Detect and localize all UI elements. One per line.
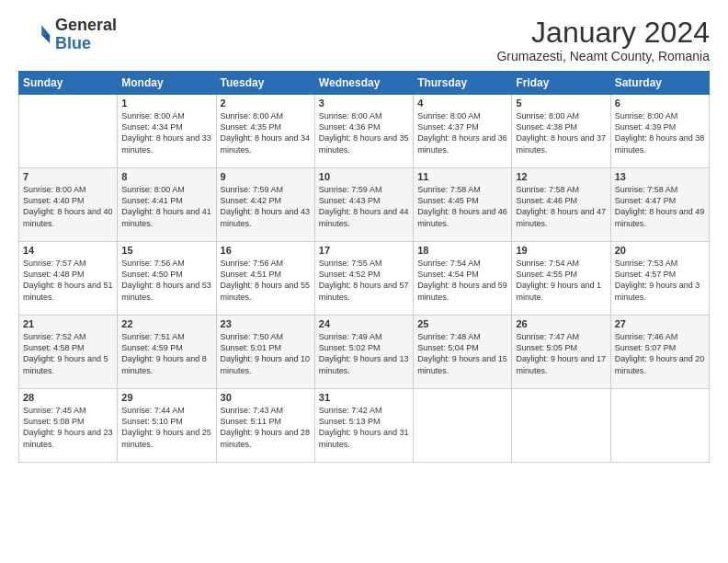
day-info: Sunrise: 8:00 AMSunset: 4:35 PMDaylight:… — [221, 110, 311, 155]
column-header-wednesday: Wednesday — [314, 72, 413, 95]
logo-blue: Blue — [55, 35, 117, 53]
day-info: Sunrise: 8:00 AMSunset: 4:37 PMDaylight:… — [417, 110, 507, 155]
calendar-page: General Blue January 2024 Grumazesti, Ne… — [0, 0, 728, 563]
week-row-2: 7Sunrise: 8:00 AMSunset: 4:40 PMDaylight… — [19, 168, 710, 242]
day-info: Sunrise: 7:45 AMSunset: 5:08 PMDaylight:… — [23, 405, 113, 450]
day-cell: 31Sunrise: 7:42 AMSunset: 5:13 PMDayligh… — [314, 389, 413, 463]
day-cell: 6Sunrise: 8:00 AMSunset: 4:39 PMDaylight… — [610, 95, 709, 168]
day-cell: 30Sunrise: 7:43 AMSunset: 5:11 PMDayligh… — [216, 389, 314, 463]
day-info: Sunrise: 7:59 AMSunset: 4:42 PMDaylight:… — [221, 184, 311, 229]
day-info: Sunrise: 8:00 AMSunset: 4:34 PMDaylight:… — [121, 110, 211, 155]
day-cell: 20Sunrise: 7:53 AMSunset: 4:57 PMDayligh… — [610, 242, 709, 316]
day-cell: 12Sunrise: 7:58 AMSunset: 4:46 PMDayligh… — [512, 168, 610, 242]
logo-general: General — [55, 17, 117, 35]
column-header-saturday: Saturday — [610, 72, 709, 95]
day-number: 5 — [516, 98, 606, 109]
day-cell: 5Sunrise: 8:00 AMSunset: 4:38 PMDaylight… — [512, 95, 610, 168]
day-number: 16 — [221, 245, 311, 256]
logo-icon — [18, 18, 51, 52]
day-number: 11 — [417, 171, 507, 182]
day-number: 28 — [23, 392, 113, 403]
day-cell: 9Sunrise: 7:59 AMSunset: 4:42 PMDaylight… — [216, 168, 314, 242]
column-header-sunday: Sunday — [19, 72, 118, 95]
day-number: 27 — [615, 318, 705, 329]
day-cell: 21Sunrise: 7:52 AMSunset: 4:58 PMDayligh… — [19, 316, 118, 389]
day-number: 12 — [516, 171, 606, 182]
day-cell: 1Sunrise: 8:00 AMSunset: 4:34 PMDaylight… — [118, 95, 216, 168]
day-number: 25 — [417, 318, 507, 329]
column-header-monday: Monday — [118, 72, 216, 95]
day-info: Sunrise: 8:00 AMSunset: 4:40 PMDaylight:… — [23, 184, 113, 229]
svg-marker-0 — [41, 25, 50, 35]
day-cell: 26Sunrise: 7:47 AMSunset: 5:05 PMDayligh… — [512, 316, 610, 389]
day-number: 10 — [319, 171, 409, 182]
column-header-tuesday: Tuesday — [216, 72, 314, 95]
title-block: January 2024 Grumazesti, Neamt County, R… — [496, 17, 710, 63]
day-info: Sunrise: 7:51 AMSunset: 4:59 PMDaylight:… — [121, 331, 211, 376]
day-number: 20 — [615, 245, 705, 256]
day-info: Sunrise: 7:56 AMSunset: 4:50 PMDaylight:… — [121, 258, 211, 303]
day-cell: 15Sunrise: 7:56 AMSunset: 4:50 PMDayligh… — [118, 242, 216, 316]
day-cell — [512, 389, 610, 463]
day-cell: 3Sunrise: 8:00 AMSunset: 4:36 PMDaylight… — [314, 95, 413, 168]
column-header-thursday: Thursday — [414, 72, 512, 95]
day-number: 18 — [417, 245, 507, 256]
day-info: Sunrise: 7:46 AMSunset: 5:07 PMDaylight:… — [615, 331, 705, 376]
day-cell: 17Sunrise: 7:55 AMSunset: 4:52 PMDayligh… — [314, 242, 413, 316]
logo-text: General Blue — [55, 17, 117, 53]
day-info: Sunrise: 7:48 AMSunset: 5:04 PMDaylight:… — [417, 331, 507, 376]
day-number: 8 — [121, 171, 211, 182]
day-cell: 19Sunrise: 7:54 AMSunset: 4:55 PMDayligh… — [512, 242, 610, 316]
week-row-5: 28Sunrise: 7:45 AMSunset: 5:08 PMDayligh… — [19, 389, 710, 463]
day-cell — [610, 389, 709, 463]
day-number: 4 — [417, 98, 507, 109]
day-number: 15 — [121, 245, 211, 256]
day-info: Sunrise: 8:00 AMSunset: 4:38 PMDaylight:… — [516, 110, 606, 155]
day-number: 31 — [319, 392, 409, 403]
day-cell: 16Sunrise: 7:56 AMSunset: 4:51 PMDayligh… — [216, 242, 314, 316]
day-cell: 28Sunrise: 7:45 AMSunset: 5:08 PMDayligh… — [19, 389, 118, 463]
day-cell: 27Sunrise: 7:46 AMSunset: 5:07 PMDayligh… — [610, 316, 709, 389]
day-info: Sunrise: 8:00 AMSunset: 4:36 PMDaylight:… — [319, 110, 409, 155]
day-cell: 22Sunrise: 7:51 AMSunset: 4:59 PMDayligh… — [118, 316, 216, 389]
day-cell: 4Sunrise: 8:00 AMSunset: 4:37 PMDaylight… — [414, 95, 512, 168]
svg-marker-1 — [41, 35, 50, 43]
day-number: 23 — [221, 318, 311, 329]
calendar-table: SundayMondayTuesdayWednesdayThursdayFrid… — [18, 71, 710, 463]
calendar-subtitle: Grumazesti, Neamt County, Romania — [496, 49, 710, 63]
day-cell — [19, 95, 118, 168]
day-info: Sunrise: 7:49 AMSunset: 5:02 PMDaylight:… — [319, 331, 409, 376]
day-number: 6 — [615, 98, 705, 109]
day-cell: 14Sunrise: 7:57 AMSunset: 4:48 PMDayligh… — [19, 242, 118, 316]
day-info: Sunrise: 8:00 AMSunset: 4:41 PMDaylight:… — [121, 184, 211, 229]
day-info: Sunrise: 7:43 AMSunset: 5:11 PMDaylight:… — [221, 405, 311, 450]
day-info: Sunrise: 7:56 AMSunset: 4:51 PMDaylight:… — [221, 258, 311, 303]
day-cell: 29Sunrise: 7:44 AMSunset: 5:10 PMDayligh… — [118, 389, 216, 463]
day-cell: 7Sunrise: 8:00 AMSunset: 4:40 PMDaylight… — [19, 168, 118, 242]
header-row: SundayMondayTuesdayWednesdayThursdayFrid… — [19, 72, 710, 95]
day-info: Sunrise: 7:54 AMSunset: 4:54 PMDaylight:… — [417, 258, 507, 303]
day-cell: 18Sunrise: 7:54 AMSunset: 4:54 PMDayligh… — [414, 242, 512, 316]
day-number: 13 — [615, 171, 705, 182]
day-number: 30 — [221, 392, 311, 403]
day-info: Sunrise: 7:58 AMSunset: 4:46 PMDaylight:… — [516, 184, 606, 229]
day-cell: 11Sunrise: 7:58 AMSunset: 4:45 PMDayligh… — [414, 168, 512, 242]
day-number: 19 — [516, 245, 606, 256]
header: General Blue January 2024 Grumazesti, Ne… — [18, 17, 710, 63]
day-number: 3 — [319, 98, 409, 109]
week-row-3: 14Sunrise: 7:57 AMSunset: 4:48 PMDayligh… — [19, 242, 710, 316]
day-info: Sunrise: 7:55 AMSunset: 4:52 PMDaylight:… — [319, 258, 409, 303]
day-info: Sunrise: 7:59 AMSunset: 4:43 PMDaylight:… — [319, 184, 409, 229]
day-info: Sunrise: 7:57 AMSunset: 4:48 PMDaylight:… — [23, 258, 113, 303]
day-info: Sunrise: 7:58 AMSunset: 4:47 PMDaylight:… — [615, 184, 705, 229]
day-number: 14 — [23, 245, 113, 256]
week-row-4: 21Sunrise: 7:52 AMSunset: 4:58 PMDayligh… — [19, 316, 710, 389]
week-row-1: 1Sunrise: 8:00 AMSunset: 4:34 PMDaylight… — [19, 95, 710, 168]
calendar-title: January 2024 — [496, 17, 710, 49]
day-info: Sunrise: 7:44 AMSunset: 5:10 PMDaylight:… — [121, 405, 211, 450]
day-number: 22 — [121, 318, 211, 329]
day-cell: 23Sunrise: 7:50 AMSunset: 5:01 PMDayligh… — [216, 316, 314, 389]
day-number: 24 — [319, 318, 409, 329]
day-cell — [414, 389, 512, 463]
day-cell: 8Sunrise: 8:00 AMSunset: 4:41 PMDaylight… — [118, 168, 216, 242]
